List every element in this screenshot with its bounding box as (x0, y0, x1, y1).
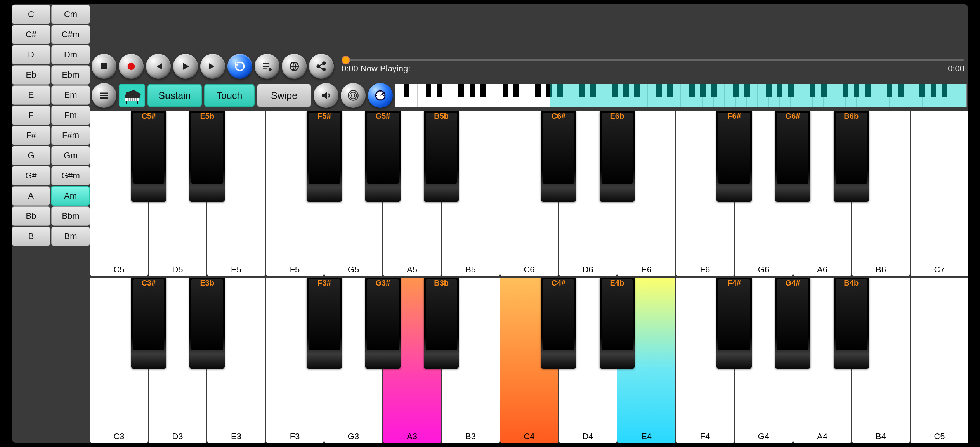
key-label: E3 (231, 431, 241, 442)
kb-bot-black-key-G3sharp[interactable] (365, 278, 401, 369)
kb-top-black-key-G5sharp[interactable] (365, 111, 401, 202)
keyboard-top: C5D5E5F5G5A5B5C6D6E6F6G6A6B6C7C5#E5bF5#G… (90, 111, 968, 276)
chord-button-Am[interactable]: Am (51, 186, 90, 206)
key-label: E4 (641, 431, 652, 442)
chord-button-A[interactable]: A (12, 186, 50, 206)
chord-button-Bbm[interactable]: Bbm (51, 206, 90, 226)
key-label: D5 (172, 265, 183, 275)
svg-marker-12 (125, 90, 141, 99)
settings-toolbar: Sustain Touch Swipe (90, 81, 968, 110)
transport-info: 0:00 Now Playing: 0:00 (336, 59, 967, 74)
instrument-select-button[interactable] (119, 84, 145, 107)
main-area: 0:00 Now Playing: 0:00 (90, 4, 968, 443)
kb-bot-white-key-C5[interactable]: C5 (911, 278, 968, 443)
key-label: G4 (758, 431, 769, 442)
kb-top-black-key-E6b[interactable] (600, 111, 635, 202)
menu-button[interactable] (92, 83, 116, 108)
volume-button[interactable] (314, 83, 338, 108)
chord-button-Csharpm[interactable]: C#m (51, 25, 90, 44)
play-button[interactable] (173, 54, 198, 79)
kb-bot-black-key-E4b[interactable] (600, 278, 635, 369)
kb-bot-black-key-F3sharp[interactable] (307, 278, 342, 369)
kb-bot-black-key-F4sharp[interactable] (716, 278, 752, 369)
svg-rect-4 (263, 68, 267, 69)
chord-button-Fsharpm[interactable]: F#m (51, 126, 90, 145)
time-and-title: 0:00 Now Playing: (342, 64, 410, 74)
loop-button[interactable] (227, 54, 252, 79)
key-label: B4 (876, 431, 886, 442)
touch-toggle[interactable]: Touch (204, 84, 255, 107)
playback-slider[interactable] (342, 59, 964, 61)
previous-button[interactable] (146, 54, 171, 79)
playback-slider-thumb[interactable] (342, 56, 350, 64)
kb-top-black-key-C5sharp[interactable] (131, 111, 167, 202)
globe-button[interactable] (282, 54, 307, 79)
keyboard-range-navigator[interactable] (395, 84, 967, 107)
sustain-toggle[interactable]: Sustain (147, 84, 202, 107)
key-label: A5 (407, 265, 417, 275)
kb-top-white-key-C7[interactable]: C7 (911, 111, 968, 276)
chord-button-Csharp[interactable]: C# (12, 25, 50, 44)
kb-top-black-key-F5sharp[interactable] (307, 111, 342, 202)
kb-top-black-key-B5b[interactable] (424, 111, 459, 202)
svg-point-1 (128, 63, 135, 70)
key-label: D6 (582, 265, 593, 275)
chord-button-D[interactable]: D (12, 45, 50, 64)
swipe-toggle[interactable]: Swipe (257, 84, 311, 107)
kb-bot-black-key-C3sharp[interactable] (131, 278, 167, 369)
key-label: B3 (465, 431, 476, 442)
kb-bot-black-key-E3b[interactable] (189, 278, 225, 369)
kb-bot-black-key-C4sharp[interactable] (541, 278, 576, 369)
kb-bot-black-key-B3b[interactable] (424, 278, 459, 369)
key-label: A4 (817, 431, 827, 442)
chord-button-Gsharp[interactable]: G# (12, 166, 50, 185)
chord-button-C[interactable]: C (12, 5, 50, 24)
next-button[interactable] (200, 54, 225, 79)
app-frame: CCmC#C#mDDmEbEbmEEmFFmF#F#mGGmG#G#mAAmBb… (12, 4, 968, 443)
kb-top-black-key-G6sharp[interactable] (775, 111, 810, 202)
key-label: D4 (582, 431, 593, 442)
svg-rect-11 (100, 97, 108, 99)
key-label: B6 (876, 265, 886, 275)
key-label: D3 (172, 431, 183, 442)
chord-button-Em[interactable]: Em (51, 85, 90, 105)
chord-button-Gsharpm[interactable]: G#m (51, 166, 90, 185)
metronome-button[interactable] (368, 83, 393, 108)
kb-top-black-key-E5b[interactable] (189, 111, 225, 202)
kb-top-black-key-B6b[interactable] (834, 111, 869, 202)
chord-button-Bb[interactable]: Bb (12, 206, 50, 226)
kb-top-black-key-C6sharp[interactable] (541, 111, 576, 202)
share-button[interactable] (309, 54, 334, 79)
chord-button-Bm[interactable]: Bm (51, 227, 90, 246)
key-label: F6 (700, 265, 710, 275)
chord-button-Ebm[interactable]: Ebm (51, 65, 90, 85)
svg-rect-2 (263, 63, 269, 64)
effects-button[interactable] (341, 83, 366, 108)
key-label: G5 (348, 265, 359, 275)
chord-button-Gm[interactable]: Gm (51, 146, 90, 165)
chord-button-G[interactable]: G (12, 146, 50, 165)
chord-button-B[interactable]: B (12, 227, 50, 246)
playlist-button[interactable] (255, 54, 279, 79)
chord-button-Cm[interactable]: Cm (51, 5, 90, 24)
now-playing-label: Now Playing: (361, 64, 410, 73)
stop-button[interactable] (92, 54, 116, 79)
kb-bot-black-key-B4b[interactable] (834, 278, 869, 369)
kb-top-black-key-F6sharp[interactable] (716, 111, 752, 202)
key-label: E6 (641, 265, 652, 275)
chord-button-E[interactable]: E (12, 85, 50, 105)
record-button[interactable] (119, 54, 144, 79)
svg-point-26 (380, 95, 381, 96)
svg-rect-0 (101, 63, 107, 69)
chord-button-F[interactable]: F (12, 106, 50, 125)
chord-button-Fsharp[interactable]: F# (12, 126, 50, 145)
key-label: C5 (113, 265, 124, 275)
svg-rect-20 (126, 101, 127, 104)
chord-button-Dm[interactable]: Dm (51, 45, 90, 64)
svg-point-23 (350, 92, 357, 99)
svg-rect-21 (137, 101, 138, 104)
key-label: C7 (934, 265, 945, 275)
kb-bot-black-key-G4sharp[interactable] (775, 278, 810, 369)
chord-button-Fm[interactable]: Fm (51, 106, 90, 125)
chord-button-Eb[interactable]: Eb (12, 65, 50, 85)
